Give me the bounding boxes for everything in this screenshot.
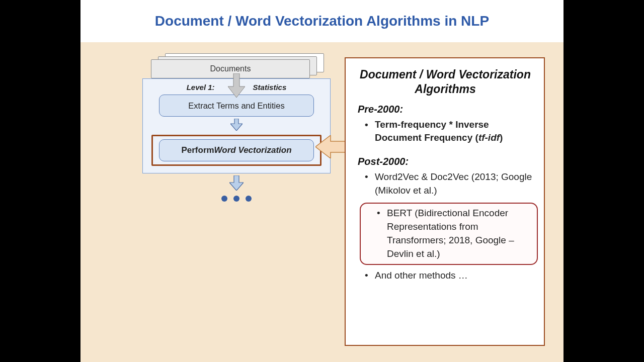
algorithms-panel: Document / Word Vectorization Algorithms… xyxy=(345,57,545,346)
step2-em: Word Vectorization xyxy=(214,145,292,155)
arrow-down-small-icon xyxy=(143,119,330,131)
dot-icon xyxy=(221,196,227,202)
title-band: Document / Word Vectorization Algorithms… xyxy=(80,0,564,42)
pre-2000-list: Term-frequency * Inverse Document Freque… xyxy=(356,118,535,145)
dot-icon xyxy=(246,196,252,202)
level-label-right: Statistics xyxy=(253,83,287,92)
highlight-bert: BERT (Bidirectional Encoder Representati… xyxy=(360,203,538,265)
tfidf-close: ) xyxy=(500,132,503,143)
documents-stack: Documents xyxy=(151,53,322,75)
level-label-left: Level 1: xyxy=(187,83,215,92)
body-area: Documents Level 1: Statistics Extract Te… xyxy=(80,42,564,362)
continuation-dots xyxy=(138,195,335,204)
page-title: Document / Word Vectorization Algorithms… xyxy=(155,13,489,29)
list-item-bert: BERT (Bidirectional Encoder Representati… xyxy=(379,207,534,261)
dot-icon xyxy=(233,196,239,202)
arrow-down-after-icon xyxy=(138,175,335,191)
flowchart: Documents Level 1: Statistics Extract Te… xyxy=(138,53,335,204)
section-post-2000: Post-2000: xyxy=(358,156,535,167)
documents-label: Documents xyxy=(210,64,251,73)
step-word-vectorization: Perform Word Vectorization xyxy=(159,139,314,161)
list-item-word2vec: Word2Vec & Doc2Vec (2013; Google (Mikolo… xyxy=(367,170,535,198)
tfidf-abbr: tf-idf xyxy=(478,132,500,143)
slide: Document / Word Vectorization Algorithms… xyxy=(80,0,564,362)
step-extract-terms: Extract Terms and Entities xyxy=(159,95,314,117)
post-2000-list: Word2Vec & Doc2Vec (2013; Google (Mikolo… xyxy=(356,170,535,283)
step-word-vectorization-highlight: Perform Word Vectorization xyxy=(151,135,321,166)
panel-heading: Document / Word Vectorization Algorithms xyxy=(356,67,535,97)
step2-prefix: Perform xyxy=(181,145,214,155)
section-pre-2000: Pre-2000: xyxy=(358,104,535,115)
tfidf-text: Term-frequency * Inverse Document Freque… xyxy=(375,119,489,143)
list-item-tfidf: Term-frequency * Inverse Document Freque… xyxy=(367,118,535,145)
arrow-down-icon xyxy=(228,73,245,98)
list-item-other: And other methods … xyxy=(367,269,535,283)
step-extract-terms-label: Extract Terms and Entities xyxy=(188,101,284,111)
